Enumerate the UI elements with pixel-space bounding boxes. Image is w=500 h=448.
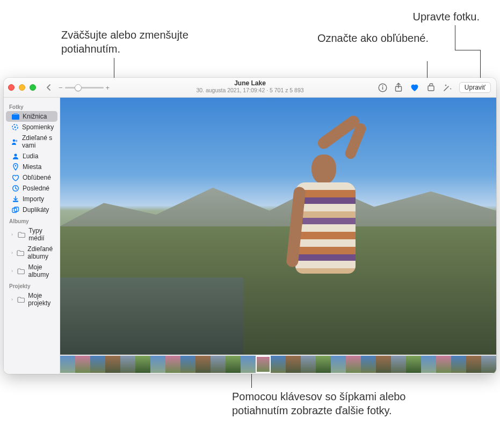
thumbnail-strip[interactable] bbox=[60, 355, 496, 374]
sidebar: Fotky Knižnica Spomienky Zdieľané s vami… bbox=[4, 98, 60, 374]
svg-rect-5 bbox=[12, 114, 19, 120]
library-icon bbox=[11, 113, 19, 120]
people-icon bbox=[11, 153, 19, 159]
edit-button[interactable]: Upraviť bbox=[459, 82, 491, 93]
zoom-plus-icon: + bbox=[106, 84, 110, 92]
sidebar-item-kniznica[interactable]: Knižnica bbox=[6, 111, 57, 122]
info-button[interactable] bbox=[378, 83, 387, 92]
svg-rect-2 bbox=[382, 87, 383, 90]
thumbnail[interactable] bbox=[451, 356, 466, 373]
thumbnail[interactable] bbox=[391, 356, 406, 373]
minimize-window-button[interactable] bbox=[19, 84, 25, 91]
folder-icon bbox=[17, 268, 25, 274]
sidebar-item-label: Ľudia bbox=[23, 152, 38, 160]
share-button[interactable] bbox=[394, 83, 403, 92]
share-icon bbox=[394, 83, 403, 92]
thumbnail[interactable] bbox=[376, 356, 391, 373]
back-button[interactable] bbox=[44, 83, 54, 92]
thumbnail[interactable] bbox=[226, 356, 241, 373]
thumbnail[interactable] bbox=[301, 356, 316, 373]
thumbnail[interactable] bbox=[211, 356, 226, 373]
thumbnail[interactable] bbox=[241, 356, 256, 373]
folder-icon bbox=[17, 297, 25, 303]
heart-icon bbox=[410, 83, 419, 92]
callout-edit-line-h bbox=[455, 50, 480, 50]
thumbnail[interactable] bbox=[120, 356, 135, 373]
callout-edit-line bbox=[455, 25, 455, 50]
thumbnail[interactable] bbox=[150, 356, 165, 373]
window-controls bbox=[8, 84, 36, 91]
main-content bbox=[60, 98, 496, 374]
auto-enhance-button[interactable] bbox=[443, 83, 452, 92]
thumbnail[interactable] bbox=[105, 356, 120, 373]
thumbnail[interactable] bbox=[75, 356, 90, 373]
chevron-right-icon: › bbox=[11, 297, 14, 302]
thumbnail[interactable] bbox=[135, 356, 150, 373]
svg-point-9 bbox=[13, 139, 16, 142]
thumbnail[interactable] bbox=[316, 356, 331, 373]
sidebar-item-importy[interactable]: Importy bbox=[6, 194, 57, 204]
photo-title: June Lake bbox=[196, 80, 303, 87]
sidebar-section-fotky: Fotky bbox=[4, 101, 60, 111]
sidebar-item-moje-projekty[interactable]: › Moje projekty bbox=[6, 290, 57, 309]
photo-viewer[interactable] bbox=[60, 98, 496, 355]
callout-navigate-line bbox=[251, 374, 252, 388]
callout-zoom: Zväčšujte alebo zmenšujte potiahnutím. bbox=[61, 28, 217, 56]
thumbnail[interactable] bbox=[436, 356, 451, 373]
sidebar-item-label: Typy médií bbox=[28, 227, 53, 242]
sidebar-item-ludia[interactable]: Ľudia bbox=[6, 151, 57, 161]
callout-favorite: Označte ako obľúbené. bbox=[317, 31, 429, 45]
svg-point-12 bbox=[15, 165, 16, 167]
thumbnail[interactable] bbox=[180, 356, 195, 373]
thumbnail[interactable] bbox=[406, 356, 421, 373]
callout-edit: Upravte fotku. bbox=[412, 10, 480, 24]
thumbnail-selected[interactable] bbox=[256, 356, 271, 373]
sidebar-item-zdielane-albumy[interactable]: › Zdieľané albumy bbox=[6, 244, 57, 262]
window-body: Fotky Knižnica Spomienky Zdieľané s vami… bbox=[4, 98, 496, 374]
sidebar-item-zdielane-s-vami[interactable]: Zdieľané s vami bbox=[6, 133, 57, 151]
sidebar-item-oblubene[interactable]: Obľúbené bbox=[6, 172, 57, 183]
photo-illustration-water bbox=[60, 277, 243, 355]
sidebar-item-label: Importy bbox=[23, 195, 44, 203]
svg-rect-4 bbox=[428, 86, 434, 91]
sidebar-item-moje-albumy[interactable]: › Moje albumy bbox=[6, 262, 57, 280]
folder-icon bbox=[18, 232, 25, 238]
thumbnail[interactable] bbox=[90, 356, 105, 373]
thumbnail[interactable] bbox=[271, 356, 286, 373]
sidebar-item-label: Spomienky bbox=[22, 123, 54, 131]
sidebar-item-spomienky[interactable]: Spomienky bbox=[6, 122, 57, 133]
callout-zoom-line bbox=[114, 58, 114, 78]
thumbnail[interactable] bbox=[481, 356, 496, 373]
sidebar-item-duplikaty[interactable]: Duplikáty bbox=[6, 204, 57, 215]
thumbnail[interactable] bbox=[466, 356, 481, 373]
toolbar: − + June Lake 30. augusta 2021, 17:09:42… bbox=[4, 78, 496, 98]
svg-rect-6 bbox=[13, 113, 18, 115]
folder-icon bbox=[17, 250, 24, 256]
places-icon bbox=[11, 163, 19, 171]
thumbnail[interactable] bbox=[361, 356, 376, 373]
sidebar-item-label: Posledné bbox=[23, 185, 49, 192]
favorites-icon bbox=[11, 174, 19, 181]
sidebar-item-label: Zdieľané s vami bbox=[22, 134, 53, 149]
rotate-button[interactable] bbox=[426, 83, 436, 92]
sidebar-item-typy-medii[interactable]: › Typy médií bbox=[6, 225, 57, 244]
toolbar-title-group: June Lake 30. augusta 2021, 17:09:42 · 5… bbox=[196, 80, 303, 93]
thumbnail[interactable] bbox=[346, 356, 361, 373]
close-window-button[interactable] bbox=[8, 84, 15, 91]
favorite-button[interactable] bbox=[410, 83, 419, 92]
zoom-slider[interactable]: − + bbox=[59, 84, 110, 92]
thumbnail[interactable] bbox=[421, 356, 436, 373]
sidebar-item-posledne[interactable]: Posledné bbox=[6, 183, 57, 194]
thumbnail[interactable] bbox=[286, 356, 301, 373]
sidebar-item-miesta[interactable]: Miesta bbox=[6, 161, 57, 172]
thumbnail[interactable] bbox=[165, 356, 180, 373]
sidebar-item-label: Knižnica bbox=[23, 113, 47, 120]
thumbnail[interactable] bbox=[60, 356, 75, 373]
thumbnail[interactable] bbox=[195, 356, 211, 373]
zoom-slider-track[interactable] bbox=[65, 87, 104, 89]
toolbar-actions: Upraviť bbox=[378, 82, 491, 93]
thumbnail[interactable] bbox=[331, 356, 346, 373]
zoom-slider-thumb[interactable] bbox=[75, 84, 82, 91]
fullscreen-window-button[interactable] bbox=[30, 84, 36, 91]
memories-icon bbox=[11, 123, 19, 131]
